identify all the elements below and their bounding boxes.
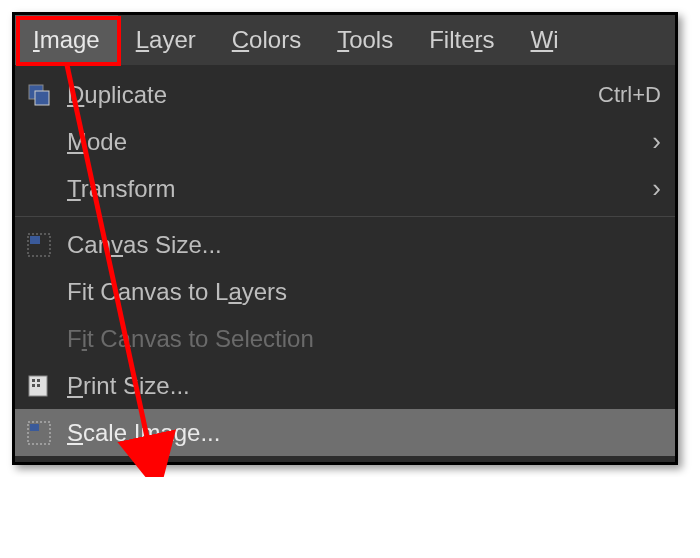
scale-image-icon — [25, 419, 53, 447]
menu-transform[interactable]: Transform › — [15, 165, 675, 212]
menu-fit-canvas-layers[interactable]: Fit Canvas to Layers — [15, 268, 675, 315]
menu-label: Fit Canvas to Selection — [67, 325, 661, 353]
menu-label: Fit Canvas to Layers — [67, 278, 661, 306]
blank-icon — [25, 128, 53, 156]
svg-rect-8 — [37, 384, 40, 387]
menu-shortcut: Ctrl+D — [598, 82, 661, 108]
menu-label: Print Size... — [67, 372, 661, 400]
submenu-arrow-icon: › — [652, 173, 661, 204]
svg-rect-3 — [30, 236, 40, 244]
menu-print-size[interactable]: Print Size... — [15, 362, 675, 409]
duplicate-icon — [25, 81, 53, 109]
image-menu-dropdown: Duplicate Ctrl+D Mode › Transform › Canv… — [15, 65, 675, 462]
menubar-image[interactable]: Image — [15, 15, 118, 65]
print-size-icon — [25, 372, 53, 400]
svg-rect-6 — [37, 379, 40, 382]
blank-icon — [25, 325, 53, 353]
submenu-arrow-icon: › — [652, 126, 661, 157]
blank-icon — [25, 175, 53, 203]
menubar-filters[interactable]: Filters — [411, 15, 512, 65]
menu-label: Canvas Size... — [67, 231, 661, 259]
menu-mode[interactable]: Mode › — [15, 118, 675, 165]
menu-canvas-size[interactable]: Canvas Size... — [15, 221, 675, 268]
menubar: Image Layer Colors Tools Filters Wi — [15, 15, 675, 65]
menubar-colors[interactable]: Colors — [214, 15, 319, 65]
app-window: Image Layer Colors Tools Filters Wi Dupl… — [12, 12, 678, 465]
menubar-windows[interactable]: Wi — [513, 15, 577, 65]
canvas-size-icon — [25, 231, 53, 259]
menu-label: Scale Image... — [67, 419, 661, 447]
menu-scale-image[interactable]: Scale Image... — [15, 409, 675, 456]
menu-fit-canvas-selection: Fit Canvas to Selection — [15, 315, 675, 362]
svg-rect-5 — [32, 379, 35, 382]
menubar-tools[interactable]: Tools — [319, 15, 411, 65]
svg-rect-7 — [32, 384, 35, 387]
menu-duplicate[interactable]: Duplicate Ctrl+D — [15, 71, 675, 118]
menu-separator — [15, 216, 675, 217]
blank-icon — [25, 278, 53, 306]
svg-rect-10 — [30, 424, 39, 431]
menu-label: Mode — [67, 128, 632, 156]
menu-label: Transform — [67, 175, 632, 203]
svg-rect-1 — [35, 91, 49, 105]
menubar-layer[interactable]: Layer — [118, 15, 214, 65]
menu-label: Duplicate — [67, 81, 578, 109]
